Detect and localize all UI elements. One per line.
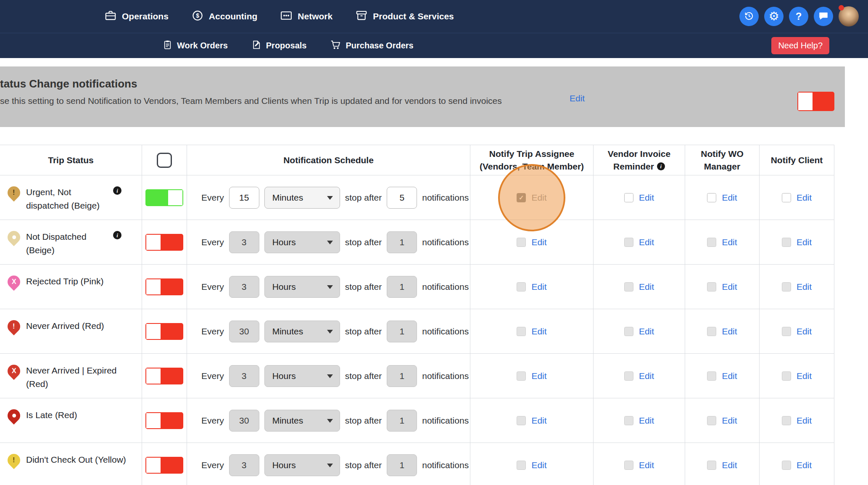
notify-client-edit-link[interactable]: Edit — [797, 460, 812, 470]
notify-wo-manager-checkbox[interactable] — [707, 327, 716, 336]
notify-client-edit-link[interactable]: Edit — [797, 237, 812, 247]
vendor-invoice-checkbox[interactable] — [624, 327, 633, 336]
notify-wo-manager-edit-link[interactable]: Edit — [722, 416, 737, 426]
unit-select[interactable]: Minutes — [265, 187, 340, 208]
unit-select[interactable]: Hours — [265, 366, 340, 387]
interval-input[interactable] — [229, 231, 259, 253]
select-all-checkbox[interactable] — [157, 153, 172, 168]
unit-select[interactable]: Minutes — [265, 410, 340, 431]
stop-after-input[interactable] — [387, 187, 417, 209]
vendor-invoice-checkbox[interactable] — [624, 282, 633, 292]
row-status-toggle[interactable] — [145, 368, 183, 384]
notify-assignee-checkbox[interactable] — [517, 371, 526, 381]
notify-wo-manager-checkbox[interactable] — [707, 371, 716, 381]
unit-select[interactable]: Hours — [265, 455, 340, 476]
notify-client-checkbox[interactable] — [782, 461, 791, 470]
notify-assignee-edit-link[interactable]: Edit — [531, 193, 546, 203]
notify-client-checkbox[interactable] — [782, 371, 791, 381]
notify-assignee-checkbox[interactable] — [517, 238, 526, 247]
vendor-invoice-edit-link[interactable]: Edit — [639, 371, 654, 381]
unit-select[interactable]: Minutes — [265, 321, 340, 342]
vendor-invoice-edit-link[interactable]: Edit — [639, 416, 654, 426]
notify-wo-manager-checkbox[interactable] — [707, 282, 716, 292]
nav-proposals[interactable]: Proposals — [251, 40, 307, 52]
stop-after-input[interactable] — [387, 410, 417, 432]
notify-wo-manager-checkbox[interactable] — [707, 238, 716, 247]
notify-assignee-checkbox[interactable] — [517, 282, 526, 292]
notifications-master-toggle[interactable] — [797, 92, 834, 111]
stop-after-input[interactable] — [387, 454, 417, 476]
notify-wo-manager-edit-link[interactable]: Edit — [722, 237, 737, 247]
settings-button[interactable] — [764, 7, 784, 26]
row-status-toggle[interactable] — [145, 412, 183, 429]
nav-network[interactable]: Network — [280, 9, 332, 24]
notify-assignee-edit-link[interactable]: Edit — [531, 371, 546, 381]
vendor-invoice-edit-link[interactable]: Edit — [639, 237, 654, 247]
notify-wo-manager-edit-link[interactable]: Edit — [722, 326, 737, 337]
notify-assignee-edit-link[interactable]: Edit — [531, 460, 546, 470]
notify-wo-manager-checkbox[interactable] — [707, 461, 716, 470]
stop-after-input[interactable] — [387, 276, 417, 298]
notify-assignee-checkbox[interactable] — [517, 193, 526, 202]
notify-assignee-checkbox[interactable] — [517, 327, 526, 336]
stop-after-input[interactable] — [387, 365, 417, 387]
row-status-toggle[interactable] — [145, 323, 183, 340]
nav-operations[interactable]: Operations — [104, 9, 169, 24]
interval-input[interactable] — [229, 276, 259, 298]
vendor-invoice-checkbox[interactable] — [624, 416, 633, 425]
row-status-toggle[interactable] — [145, 189, 183, 206]
unit-select[interactable]: Hours — [265, 232, 340, 253]
notify-wo-manager-edit-link[interactable]: Edit — [722, 193, 737, 203]
notify-wo-manager-edit-link[interactable]: Edit — [722, 282, 737, 292]
vendor-invoice-edit-link[interactable]: Edit — [639, 460, 654, 470]
notify-client-edit-link[interactable]: Edit — [797, 371, 812, 381]
vendor-invoice-edit-link[interactable]: Edit — [639, 193, 654, 203]
banner-edit-link[interactable]: Edit — [570, 93, 585, 103]
interval-input[interactable] — [229, 454, 259, 476]
nav-accounting[interactable]: $ Accounting — [191, 9, 258, 24]
interval-input[interactable] — [229, 187, 259, 209]
notify-wo-manager-checkbox[interactable] — [707, 416, 716, 425]
notify-assignee-edit-link[interactable]: Edit — [531, 416, 546, 426]
stop-after-input[interactable] — [387, 231, 417, 253]
vendor-invoice-checkbox[interactable] — [624, 371, 633, 381]
interval-input[interactable] — [229, 321, 259, 342]
vendor-invoice-checkbox[interactable] — [624, 238, 633, 247]
avatar[interactable] — [839, 6, 859, 27]
need-help-button[interactable]: Need Help? — [771, 37, 829, 54]
notify-wo-manager-edit-link[interactable]: Edit — [722, 460, 737, 470]
nav-product-services[interactable]: Product & Services — [355, 9, 454, 24]
notify-assignee-checkbox[interactable] — [517, 416, 526, 425]
row-status-toggle[interactable] — [145, 457, 183, 474]
notify-client-edit-link[interactable]: Edit — [797, 326, 812, 337]
info-icon[interactable] — [657, 162, 665, 170]
help-button[interactable]: ? — [789, 7, 808, 26]
notify-client-checkbox[interactable] — [782, 416, 791, 425]
notify-client-edit-link[interactable]: Edit — [797, 193, 812, 203]
unit-select[interactable]: Hours — [265, 276, 340, 297]
vendor-invoice-checkbox[interactable] — [624, 461, 633, 470]
nav-purchase-orders[interactable]: Purchase Orders — [330, 39, 413, 53]
interval-input[interactable] — [229, 410, 259, 432]
notify-assignee-checkbox[interactable] — [517, 461, 526, 470]
vendor-invoice-checkbox[interactable] — [624, 193, 633, 202]
interval-input[interactable] — [229, 365, 259, 387]
notify-client-checkbox[interactable] — [782, 282, 791, 292]
notify-assignee-edit-link[interactable]: Edit — [531, 326, 546, 337]
notify-client-edit-link[interactable]: Edit — [797, 282, 812, 292]
notify-assignee-edit-link[interactable]: Edit — [531, 282, 546, 292]
history-button[interactable] — [739, 7, 759, 26]
info-icon[interactable] — [113, 231, 121, 239]
notify-client-checkbox[interactable] — [782, 193, 791, 202]
notify-wo-manager-edit-link[interactable]: Edit — [722, 371, 737, 381]
vendor-invoice-edit-link[interactable]: Edit — [639, 326, 654, 337]
stop-after-input[interactable] — [387, 321, 417, 342]
notify-assignee-edit-link[interactable]: Edit — [531, 237, 546, 247]
vendor-invoice-edit-link[interactable]: Edit — [639, 282, 654, 292]
notify-wo-manager-checkbox[interactable] — [707, 193, 716, 202]
chat-button[interactable] — [814, 7, 833, 26]
notify-client-edit-link[interactable]: Edit — [797, 416, 812, 426]
info-icon[interactable] — [113, 186, 121, 195]
row-status-toggle[interactable] — [145, 278, 183, 295]
nav-work-orders[interactable]: Work Orders — [162, 40, 228, 52]
